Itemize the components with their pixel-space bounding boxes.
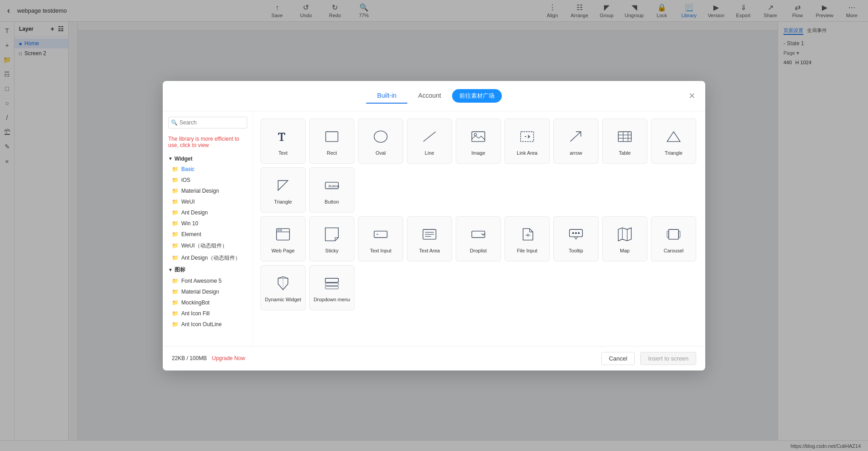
promo-text[interactable]: The library is more efficient to use, cl… <box>163 134 253 154</box>
svg-point-5 <box>474 133 476 136</box>
svg-rect-6 <box>521 132 534 142</box>
widget-triangle1-label: Triangle <box>665 150 682 156</box>
sidebar-ant-icon-fill[interactable]: 📁 Ant Icon Fill <box>163 308 253 319</box>
widget-textarea-label: Text Area <box>419 248 440 254</box>
widget-carousel-label: Carousel <box>664 248 684 254</box>
search-input[interactable] <box>168 117 247 128</box>
text-widget-icon: T <box>272 126 294 147</box>
widget-link-area[interactable]: Link Area <box>505 119 550 164</box>
svg-text:Button: Button <box>329 184 339 188</box>
widget-tooltip-label: Tooltip <box>569 248 583 254</box>
widget-text-label: Text <box>278 150 288 156</box>
widget-sticky[interactable]: Sticky <box>309 216 354 261</box>
widget-text[interactable]: T Text <box>260 119 306 164</box>
table-widget-icon <box>614 126 636 147</box>
widget-dropdown-menu[interactable]: Dropdown menu <box>309 265 354 310</box>
widget-textarea[interactable]: Text Area <box>407 216 452 261</box>
widget-rect[interactable]: Rect <box>309 119 354 164</box>
sidebar-ant-icon-outline[interactable]: 📁 Ant Icon OutLine <box>163 319 253 330</box>
svg-rect-45 <box>326 283 339 285</box>
widget-map[interactable]: Map <box>602 216 647 261</box>
fileinput-widget-icon <box>516 223 538 245</box>
sidebar-weui-dynamic[interactable]: 📁 WeUI（动态组件） <box>163 240 253 252</box>
link-area-widget-icon <box>516 126 538 147</box>
widget-table[interactable]: Table <box>602 119 647 164</box>
folder-win10-icon: 📁 <box>172 220 179 227</box>
line-widget-icon <box>419 126 440 147</box>
svg-marker-13 <box>667 132 680 142</box>
widget-arrow[interactable]: arrow <box>553 119 599 164</box>
sidebar-weui[interactable]: 📁 WeUI <box>163 196 253 207</box>
widget-droplist[interactable]: Droplist <box>456 216 501 261</box>
cancel-button[interactable]: Cancel <box>601 352 635 365</box>
widget-tooltip[interactable]: Tooltip <box>553 216 599 261</box>
sidebar-material-icons[interactable]: 📁 Material Design <box>163 286 253 297</box>
svg-marker-36 <box>618 228 632 241</box>
widget-carousel[interactable]: Carousel <box>651 216 696 261</box>
svg-rect-46 <box>326 286 339 289</box>
folder-element-icon: 📁 <box>172 231 179 237</box>
sidebar-font-awesome[interactable]: 📁 Font Awesome 5 <box>163 275 253 286</box>
widget-dynamic[interactable]: Dynamic Widget <box>260 265 306 310</box>
widget-oval[interactable]: Oval <box>358 119 403 164</box>
svg-rect-44 <box>326 278 339 282</box>
search-container: 🔍 <box>163 117 253 134</box>
dynamic-widget-icon <box>272 272 294 294</box>
close-button[interactable]: ✕ <box>685 90 698 102</box>
widget-fileinput[interactable]: File Input <box>505 216 550 261</box>
widget-webpage-label: Web Page <box>271 248 294 254</box>
sidebar-element[interactable]: 📁 Element <box>163 229 253 240</box>
tab-account[interactable]: Account <box>407 88 452 104</box>
svg-rect-4 <box>472 132 485 142</box>
search-icon: 🔍 <box>171 119 178 126</box>
sidebar-ios[interactable]: 📁 iOS <box>163 175 253 185</box>
svg-rect-39 <box>669 229 679 239</box>
widget-table-label: Table <box>619 150 631 156</box>
widget-droplist-label: Droplist <box>470 248 486 254</box>
widget-link-label: Link Area <box>517 150 538 156</box>
widget-textinput[interactable]: Text Input <box>358 216 403 261</box>
widget-button[interactable]: Button Button <box>309 167 354 213</box>
upgrade-link[interactable]: Upgrade Now <box>212 355 245 361</box>
triangle2-widget-icon <box>272 175 294 196</box>
folder-ant-outline-icon: 📁 <box>172 321 179 328</box>
sidebar-basic[interactable]: 📁 Basic <box>163 164 253 175</box>
modal-tabs: Built-in Account 前往素材广场 <box>366 88 501 104</box>
modal-footer: 22KB / 100MB Upgrade Now Cancel Insert t… <box>163 346 705 370</box>
folder-weui-dynamic-icon: 📁 <box>172 242 179 249</box>
widget-content: T Text Rect <box>253 111 705 346</box>
svg-marker-14 <box>278 180 288 190</box>
tab-builtin[interactable]: Built-in <box>366 88 407 104</box>
insert-button[interactable]: Insert to screen <box>640 352 696 365</box>
widget-image[interactable]: Image <box>456 119 501 164</box>
sidebar-mockingbot[interactable]: 📁 MockingBot <box>163 297 253 308</box>
widget-rect-label: Rect <box>327 150 337 156</box>
footer-buttons: Cancel Insert to screen <box>601 352 696 365</box>
dropdown-menu-widget-icon <box>321 272 343 294</box>
svg-text:T: T <box>278 131 285 143</box>
widget-map-label: Map <box>620 248 629 254</box>
svg-point-34 <box>576 233 577 234</box>
widget-line[interactable]: Line <box>407 119 452 164</box>
widget-textinput-label: Text Input <box>370 248 392 254</box>
widget-triangle2-label: Triangle <box>274 199 292 205</box>
widget-section-header[interactable]: ▼ Widget <box>163 154 253 164</box>
sidebar-ant-dynamic[interactable]: 📁 Ant Design（动态组件） <box>163 252 253 264</box>
tab-marketplace[interactable]: 前往素材广场 <box>452 89 502 103</box>
sidebar-material-design[interactable]: 📁 Material Design <box>163 185 253 196</box>
widget-fileinput-label: File Input <box>517 248 537 254</box>
svg-rect-22 <box>374 231 387 237</box>
svg-point-35 <box>578 233 580 234</box>
webpage-widget-icon <box>272 223 294 245</box>
icon-section-header[interactable]: ▼ 图标 <box>163 264 253 275</box>
widget-triangle2[interactable]: Triangle <box>260 167 306 213</box>
widget-line-label: Line <box>425 150 434 156</box>
widget-sticky-label: Sticky <box>325 248 338 254</box>
folder-basic-icon: 📁 <box>172 166 179 172</box>
widget-webpage[interactable]: Web Page <box>260 216 306 261</box>
folder-ant-dynamic-icon: 📁 <box>172 255 179 261</box>
sidebar-win10[interactable]: 📁 Win 10 <box>163 218 253 229</box>
svg-line-3 <box>424 132 436 142</box>
widget-triangle1[interactable]: Triangle <box>651 119 696 164</box>
sidebar-ant-design[interactable]: 📁 Ant Design <box>163 207 253 218</box>
